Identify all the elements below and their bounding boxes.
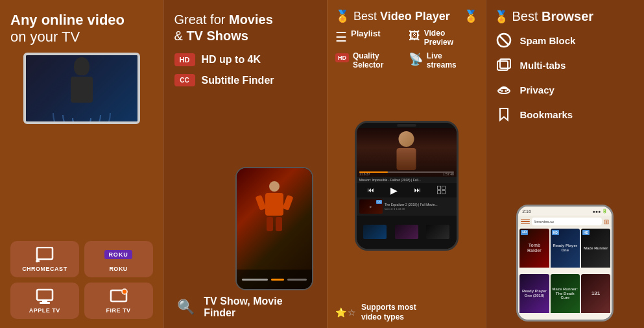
browser-features-list: Spam Block Multi-tabs xyxy=(494,31,637,124)
browser-url-bar[interactable]: bmovies.cz xyxy=(532,218,602,225)
title-connector: & xyxy=(174,29,187,43)
live-streams-icon: 📡 xyxy=(409,52,423,66)
privacy-row: Privacy xyxy=(494,80,637,99)
spam-block-label: Spam Block xyxy=(520,35,576,46)
browser-menu-icon[interactable] xyxy=(521,218,530,225)
svg-rect-4 xyxy=(40,302,50,304)
playlist-label: Playlist xyxy=(351,29,381,39)
stars-group: ⭐ ☆ xyxy=(335,307,356,318)
panel-4-header: 🏅 Best Browser xyxy=(494,9,637,24)
multi-tabs-icon xyxy=(494,55,514,75)
phone-4-device: 2:16 ●●● 🔋 bmovies.cz ⊞ xyxy=(516,205,614,322)
panel-1-title: Any online video on your TV xyxy=(10,12,153,46)
panel-any-online-video: Any online video on your TV xyxy=(0,0,163,328)
movie-thumb-4: Ready Player One (2018) xyxy=(519,274,549,318)
award-icon-4-left: 🏅 xyxy=(494,10,508,24)
quality-label: QualitySelector xyxy=(353,51,383,70)
phone-3-screen: 1:16:37 1:57:48 Mission: Impossible - Fa… xyxy=(357,123,457,249)
privacy-label: Privacy xyxy=(520,84,555,95)
spam-block-icon xyxy=(494,31,514,50)
quality-hd-badge: HD xyxy=(335,53,349,62)
search-icon: 🔍 xyxy=(174,296,198,319)
firetv-label: FIRE TV xyxy=(106,307,131,314)
svg-point-13 xyxy=(505,90,507,92)
svg-rect-0 xyxy=(37,247,53,259)
title-bold-4: Browser xyxy=(542,9,593,23)
svg-point-6 xyxy=(122,289,127,294)
time-display: 2:16 xyxy=(522,209,531,214)
hd-feature-text: HD up to 4K xyxy=(202,54,261,66)
roku-badge: ROKU xyxy=(104,250,132,259)
bookmarks-label: Bookmarks xyxy=(520,109,573,120)
phone-area-4: 2:16 ●●● 🔋 bmovies.cz ⊞ xyxy=(494,131,637,322)
live-streams-label: Livestreams xyxy=(427,51,457,70)
tv-screen-inner xyxy=(26,55,137,121)
title-prefix: Great for xyxy=(174,12,229,27)
firetv-button[interactable]: FIRE TV xyxy=(84,283,153,319)
movie-thumb-6: 131 xyxy=(581,274,610,318)
title-bold2: TV Shows xyxy=(186,29,248,43)
title-bold-3: Video Player xyxy=(380,10,450,23)
panel-3-header: 🏅 Best Video Player 🏅 xyxy=(335,9,478,23)
browser-status-bar: 2:16 ●●● 🔋 xyxy=(518,207,612,216)
video-preview-icon: 🖼 xyxy=(409,29,420,43)
bookmarks-icon xyxy=(494,105,514,124)
appletv-label: APPLE TV xyxy=(29,307,60,314)
panel-browser: 🏅 Best Browser Spam Block Multi-tabs xyxy=(486,0,645,328)
title-line-1: Any online video xyxy=(10,12,125,28)
roku-button[interactable]: ROKU ROKU xyxy=(84,241,153,277)
phone-mockup-3: 1:16:37 1:57:48 Mission: Impossible - Fa… xyxy=(335,75,478,297)
playlist-icon: ☰ xyxy=(335,29,347,45)
award-icon-left: 🏅 xyxy=(335,9,350,23)
multi-tabs-label: Multi-tabs xyxy=(520,60,566,71)
phone-mockup-2 xyxy=(235,167,320,297)
panel-2-title: Great for Movies & TV Shows xyxy=(174,12,317,44)
movie-thumb-5: Maze Runner: The Death Cure xyxy=(551,274,580,318)
roku-icon: ROKU xyxy=(107,246,130,263)
device-grid: CHROMECAST ROKU ROKU APPLE TV xyxy=(10,241,153,319)
supports-label: Supports most video types xyxy=(361,303,416,322)
cc-badge: CC xyxy=(174,74,195,86)
svg-line-8 xyxy=(499,36,508,45)
title-line-2: on your TV xyxy=(10,29,80,45)
panel-movies-tv: Great for Movies & TV Shows HD HD up to … xyxy=(163,0,328,328)
panel-3-title: Best Video Player xyxy=(353,10,450,23)
privacy-icon xyxy=(494,80,514,99)
roku-label: ROKU xyxy=(109,266,128,272)
firetv-icon xyxy=(107,288,130,305)
chromecast-label: CHROMECAST xyxy=(22,266,67,272)
appletv-icon xyxy=(33,288,56,305)
cc-feature-row: CC Subtitle Finder xyxy=(174,74,317,86)
movie-thumb-2: Ready Player One HD xyxy=(551,229,580,273)
award-icon-right: 🏅 xyxy=(464,9,478,23)
svg-rect-2 xyxy=(37,290,53,300)
appletv-button[interactable]: APPLE TV xyxy=(10,283,79,319)
hd-feature-row: HD HD up to 4K xyxy=(174,53,317,66)
svg-point-12 xyxy=(501,90,503,92)
supports-row: ⭐ ☆ Supports most video types xyxy=(335,299,478,322)
title-prefix-3: Best xyxy=(353,10,380,23)
tv-image xyxy=(10,53,153,137)
panel-4-title: Best Browser xyxy=(512,9,594,24)
chromecast-button[interactable]: CHROMECAST xyxy=(10,241,79,277)
cc-feature-text: Subtitle Finder xyxy=(202,75,274,86)
quality-feature: HD QualitySelector xyxy=(335,51,405,70)
panel-video-player: 🏅 Best Video Player 🏅 ☰ Playlist 🖼 Video… xyxy=(327,0,486,328)
title-bold1: Movies xyxy=(229,12,273,27)
url-text: bmovies.cz xyxy=(534,220,554,223)
features-grid-3: ☰ Playlist 🖼 VideoPreview HD QualitySele… xyxy=(335,29,478,70)
movie-thumb-1: Tomb Raider HD xyxy=(519,229,549,273)
phone-area-2 xyxy=(174,101,317,290)
multi-tabs-row: Multi-tabs xyxy=(494,55,637,75)
search-label: TV Show, Movie Finder xyxy=(204,296,316,319)
bookmarks-row: Bookmarks xyxy=(494,105,637,124)
cast-icon[interactable]: ⊞ xyxy=(604,218,609,225)
spam-block-row: Spam Block xyxy=(494,31,637,50)
browser-movie-grid: Tomb Raider HD Ready Player One HD Maze … xyxy=(518,227,612,320)
phone-3-device: 1:16:37 1:57:48 Mission: Impossible - Fa… xyxy=(355,121,459,251)
chromecast-icon xyxy=(33,246,56,263)
playlist-feature: ☰ Playlist xyxy=(335,29,405,47)
tv-screen xyxy=(23,53,140,124)
browser-toolbar: bmovies.cz ⊞ xyxy=(518,216,612,227)
hd-badge: HD xyxy=(174,53,195,66)
